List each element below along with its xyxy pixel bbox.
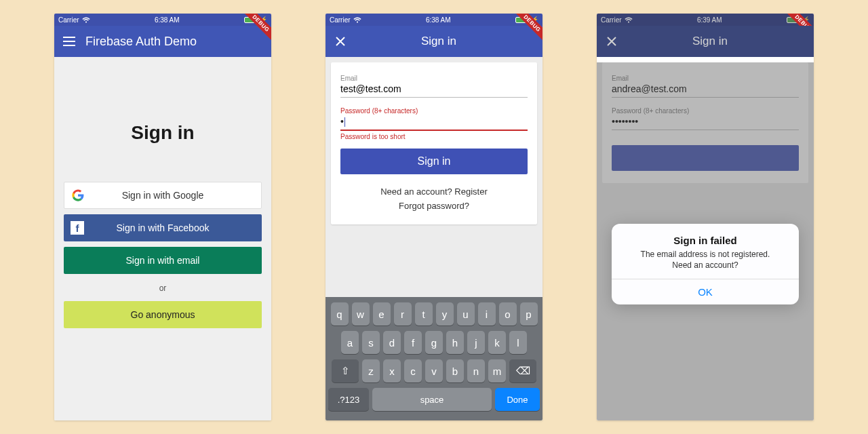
key-s[interactable]: s [362, 331, 380, 354]
keyboard-row-3: ⇧zxcvbnm⌫ [328, 359, 540, 382]
password-label: Password (8+ characters) [340, 107, 528, 115]
facebook-signin-button[interactable]: f Sign in with Facebook [64, 214, 262, 241]
key-h[interactable]: h [446, 331, 464, 354]
carrier-label: Carrier [58, 16, 79, 24]
phone-auth-options: Carrier 6:38 AM ⚡ DEBUG Firebase Auth De… [54, 14, 271, 420]
register-link[interactable]: Need an account? Register [340, 186, 528, 197]
key-m[interactable]: m [488, 359, 506, 382]
signin-button[interactable]: Sign in [340, 149, 528, 174]
key-f[interactable]: f [404, 331, 422, 354]
page-title: Sign in [343, 35, 534, 48]
or-divider: or [159, 283, 167, 293]
email-signin-body: Email Password (8+ characters) • Passwor… [326, 57, 542, 420]
app-bar: Sign in [326, 26, 542, 57]
key-o[interactable]: o [499, 302, 517, 326]
auth-options-body: Sign in Sign in with Google f Sign in wi… [54, 57, 271, 420]
key-shift[interactable]: ⇧ [332, 359, 359, 382]
soft-keyboard: qwertyuiop asdfghjkl ⇧zxcvbnm⌫ .?123 spa… [326, 297, 542, 420]
app-bar: Firebase Auth Demo [54, 26, 271, 57]
email-signin-button[interactable]: Sign in with email [64, 247, 262, 274]
alert-dialog: Sign in failed The email address is not … [612, 224, 799, 304]
page-title: Sign in [614, 35, 806, 48]
key-y[interactable]: y [436, 302, 454, 326]
keyboard-row-1: qwertyuiop [328, 302, 540, 326]
key-symbols[interactable]: .?123 [328, 388, 369, 411]
alert-title: Sign in failed [624, 235, 787, 246]
key-a[interactable]: a [341, 331, 359, 354]
keyboard-row-2: asdfghjkl [328, 331, 540, 354]
key-done[interactable]: Done [495, 388, 540, 411]
alert-message-line2: Need an account? [672, 260, 738, 270]
key-z[interactable]: z [362, 359, 380, 382]
key-u[interactable]: u [457, 302, 475, 326]
wifi-icon [625, 17, 633, 23]
forgot-password-link[interactable]: Forgot password? [340, 201, 528, 211]
clock: 6:39 AM [697, 16, 722, 24]
app-bar: Sign in [597, 26, 814, 57]
email-field[interactable] [340, 82, 528, 98]
key-r[interactable]: r [394, 302, 412, 326]
phone-signin-failed: Carrier 6:39 AM ⚡ DEBUG Sign in Email Pa… [597, 14, 814, 420]
anonymous-signin-label: Go anonymous [131, 309, 195, 320]
signin-hero: Sign in [131, 122, 194, 144]
carrier-label: Carrier [601, 16, 622, 24]
keyboard-row-bottom: .?123 space Done [328, 388, 540, 411]
key-n[interactable]: n [467, 359, 485, 382]
anonymous-signin-button[interactable]: Go anonymous [64, 301, 262, 328]
google-signin-button[interactable]: Sign in with Google [64, 182, 262, 209]
key-d[interactable]: d [383, 331, 401, 354]
alert-ok-button[interactable]: OK [612, 279, 799, 304]
clock: 6:38 AM [155, 16, 180, 24]
key-p[interactable]: p [520, 302, 538, 326]
key-q[interactable]: q [331, 302, 349, 326]
password-error: Password is too short [340, 133, 528, 140]
password-field[interactable]: • [340, 115, 528, 131]
phone-email-signin: Carrier 6:38 AM ⚡ DEBUG Sign in Email Pa… [326, 14, 542, 420]
key-b[interactable]: b [446, 359, 464, 382]
key-v[interactable]: v [425, 359, 443, 382]
alert-message-line1: The email address is not registered. [641, 250, 770, 259]
status-bar: Carrier 6:39 AM ⚡ [597, 14, 814, 26]
email-signin-label: Sign in with email [126, 255, 200, 266]
page-title: Firebase Auth Demo [85, 35, 263, 49]
wifi-icon [82, 17, 90, 23]
key-e[interactable]: e [373, 302, 391, 326]
email-label: Email [340, 75, 528, 82]
key-g[interactable]: g [425, 331, 443, 354]
key-j[interactable]: j [467, 331, 485, 354]
key-x[interactable]: x [383, 359, 401, 382]
key-l[interactable]: l [509, 331, 527, 354]
key-k[interactable]: k [488, 331, 506, 354]
clock: 6:38 AM [426, 16, 451, 24]
key-space[interactable]: space [372, 388, 492, 411]
wifi-icon [353, 17, 361, 23]
carrier-label: Carrier [330, 16, 351, 24]
signin-card: Email Password (8+ characters) • Passwor… [331, 62, 537, 224]
key-c[interactable]: c [404, 359, 422, 382]
key-w[interactable]: w [352, 302, 370, 326]
google-signin-label: Sign in with Google [64, 190, 261, 201]
key-backspace[interactable]: ⌫ [509, 359, 536, 382]
signin-failed-body: Email Password (8+ characters) •••••••• … [597, 62, 814, 420]
key-i[interactable]: i [478, 302, 496, 326]
status-bar: Carrier 6:38 AM ⚡ [54, 14, 271, 26]
status-bar: Carrier 6:38 AM ⚡ [326, 14, 542, 26]
key-t[interactable]: t [415, 302, 433, 326]
menu-icon[interactable] [62, 37, 76, 46]
facebook-signin-label: Sign in with Facebook [64, 222, 262, 233]
